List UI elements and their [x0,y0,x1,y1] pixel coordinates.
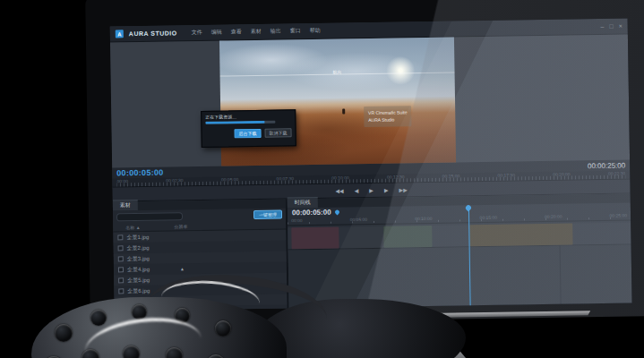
tl-ruler-label: 00:05:00 [350,217,368,221]
progress-bar [205,121,275,124]
column-name-label: 名称 [125,225,134,230]
sort-asc-icon: ▲ [136,225,141,230]
media-file-name: 全景3.jpg [127,254,150,262]
rider-figure [342,109,345,115]
dialog-buttons: 后台下载 取消下载 [206,128,292,139]
app-logo-icon: A [116,30,124,38]
monitor: A AURA STUDIO 文件 编辑 查看 素材 输出 窗口 帮助 – □ × [85,0,644,325]
tl-ruler-label: 00:10:00 [415,216,433,220]
timeline-clip[interactable] [383,226,432,248]
track-divider [559,246,561,307]
tab-media[interactable]: 素材 [113,200,138,210]
headset-sensor-dimple [215,320,231,337]
menu-file[interactable]: 文件 [192,29,202,37]
media-file-name: 全景2.jpg [127,243,150,251]
headset-sensor-dimple [55,324,73,342]
menu-output[interactable]: 输出 [270,28,281,36]
warning-icon: ▲ [180,266,185,271]
headset-sensor-dimple [207,354,225,358]
menu-window[interactable]: 窗口 [290,27,301,35]
step-forward-button[interactable]: ▶ [384,187,389,193]
tl-ruler-label: 00:20:00 [545,214,562,218]
menu-edit[interactable]: 编辑 [211,29,222,37]
menu-help[interactable]: 帮助 [310,27,321,35]
go-end-button[interactable]: ▶▶ [399,186,407,192]
minimize-button[interactable]: – [600,23,604,30]
tl-ruler-label: 00:25:00 [609,212,627,217]
progress-fill [205,121,264,124]
timeline-timecode: 00:00:05:00 [292,209,331,217]
caption-line2: AURA Studio [368,115,407,124]
row-checkbox[interactable] [118,256,124,261]
tl-ruler-label: 00:15:00 [480,215,498,219]
row-checkbox[interactable] [117,234,123,240]
playhead-pin-icon[interactable] [334,209,340,216]
caption-line1: VR Cinematic Suite [368,108,407,116]
menu-bar: 文件 编辑 查看 素材 输出 窗口 帮助 [192,27,321,37]
app-window: A AURA STUDIO 文件 编辑 查看 素材 输出 窗口 帮助 – □ × [110,18,632,311]
close-button[interactable]: × [619,23,623,30]
headset-sensor-dimple [90,310,107,326]
organize-button[interactable]: 一键整理 [253,210,282,220]
menu-media[interactable]: 素材 [251,28,262,36]
video-caption: VR Cinematic Suite AURA Studio [364,106,412,127]
dialog-primary-button[interactable]: 后台下载 [235,129,262,138]
search-input[interactable] [116,212,183,221]
menu-view[interactable]: 查看 [231,28,242,36]
media-file-name: 全景4.jpg [127,265,150,273]
dialog-message: 正在下载资源… [205,113,291,120]
go-start-button[interactable]: ◀◀ [335,187,343,193]
row-checkbox[interactable] [118,267,124,272]
total-timecode: 00:00:25:00 [588,161,625,170]
vr-headset [27,279,493,358]
heading-label: 航向 [332,69,341,74]
current-timecode: 00:00:05:00 [116,168,163,178]
column-resolution[interactable]: 分辨率 [174,224,187,229]
tab-timeline[interactable]: 时间线 [288,197,318,209]
window-controls: – □ × [600,23,622,30]
play-button[interactable]: ▶ [369,187,374,193]
maximize-button[interactable]: □ [609,23,613,30]
column-name[interactable]: 名称 ▲ [125,225,140,230]
scene: A AURA STUDIO 文件 编辑 查看 素材 输出 窗口 帮助 – □ × [0,0,644,358]
timeline-clip[interactable] [291,227,339,250]
step-back-button[interactable]: ◀ [355,187,359,193]
app-title: AURA STUDIO [129,30,177,37]
media-file-name: 全景1.jpg [126,233,149,241]
download-dialog: 正在下载资源… 后台下载 取消下载 [201,109,296,148]
dialog-secondary-button[interactable]: 取消下载 [264,128,291,137]
row-checkbox[interactable] [118,245,124,251]
timeline-clip[interactable] [469,223,572,246]
tl-ruler-label: 00:00 [291,217,303,222]
headset-sensor-dimple [132,304,147,320]
preview-area: 航向 VR Cinematic Suite AURA Studio 正在下载资源… [110,34,630,167]
